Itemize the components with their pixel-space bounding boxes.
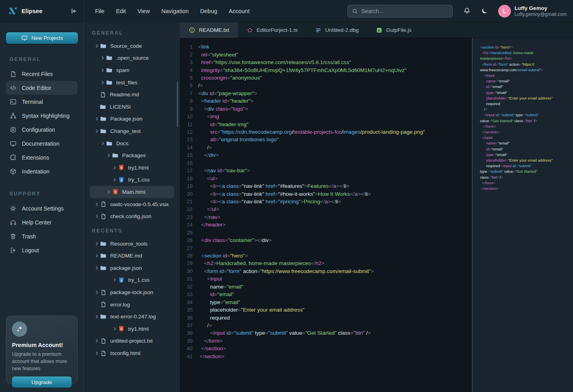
tree-item-package.json[interactable]: package.json (90, 262, 174, 274)
code-text: <input (198, 276, 222, 282)
upgrade-button[interactable]: Upgrade (12, 376, 72, 388)
debug-file-icon (315, 27, 322, 33)
menu-item-view[interactable]: View (137, 8, 150, 14)
sidebar-item-account-settings[interactable]: Account Settings (6, 201, 78, 215)
tree-item-try_1.css[interactable]: 3try_1.css (90, 174, 174, 186)
code-text: </section> (198, 345, 226, 351)
menu-item-edit[interactable]: Edit (116, 8, 126, 14)
new-projects-button[interactable]: New Projects (6, 32, 78, 44)
chevron-right-icon (99, 68, 106, 72)
tree-item-source_code[interactable]: Source_code (90, 40, 174, 52)
tree-item-text-error-0.247.log[interactable]: text-error-0.247.log (90, 310, 174, 323)
folder-icon (100, 265, 107, 271)
menu-item-file[interactable]: File (95, 8, 104, 14)
line-number: 1 (180, 44, 193, 50)
tree-item-package.json[interactable]: Package.json (90, 113, 174, 125)
sidebar-item-terminal[interactable]: Terminal (6, 95, 78, 109)
sidebar-section-title: SUPPORT (10, 191, 84, 197)
line-number: 22 (180, 206, 193, 212)
menu-item-navigation[interactable]: Navigation (162, 8, 189, 14)
search-box[interactable] (347, 5, 453, 18)
sidebar-item-indentation[interactable]: Indentation (6, 164, 78, 178)
tree-item-.open_source[interactable]: .open_source (90, 52, 174, 64)
sidebar-item-logout[interactable]: Logout (6, 243, 78, 257)
chevron-right-icon (94, 117, 100, 121)
tree-item-packages[interactable]: Packages (90, 149, 174, 162)
tree-item-main.html[interactable]: 5Main.html (90, 186, 174, 198)
tree-item-try1.html[interactable]: 5try1.html (90, 323, 174, 335)
menu-item-account[interactable]: Account (229, 8, 249, 14)
tree-item-check.config.json[interactable]: check.config.json (90, 210, 174, 222)
tree-item-licensi[interactable]: LICENSI (90, 101, 174, 113)
tab-editorporject-1.ts[interactable]: EditorPorject-1.ts (238, 22, 307, 38)
file-tree-scrollbar[interactable] (177, 82, 178, 127)
minimap-panel[interactable]: <section id="hero"> <h2>Handcrafted, hom… (472, 38, 573, 392)
code-line: 17 <nav id="nav-bar"> (180, 167, 472, 174)
sidebar-item-documentation[interactable]: Documentation (6, 137, 78, 150)
top-bar: Elipsee FileEditViewNavigationDebugAccou… (0, 0, 573, 22)
line-number: 19 (180, 183, 193, 189)
tab-readme.txt[interactable]: README.txt (180, 22, 238, 38)
tree-item-test_files[interactable]: test_files (90, 76, 174, 89)
tree-item-untlited-project.txt[interactable]: untlited-project.txt (90, 335, 174, 347)
minimap-line: type="submit" value="Get Started" (480, 169, 573, 174)
code-text: name="email" (198, 284, 244, 290)
sidebar-item-extensions[interactable]: Extensions (6, 150, 78, 164)
sidebar-item-recent-files[interactable]: Recent Files (6, 67, 78, 81)
code-text: <li><a class="nav-link" href="#how-it-wo… (198, 191, 371, 197)
line-number: 2 (180, 52, 193, 58)
line-number: 4 (180, 67, 193, 73)
tab-untlited-2.dbg[interactable]: Untlited-2.dbg (306, 22, 367, 38)
tree-item-resuorce_tools[interactable]: Resuorce_tools (90, 238, 174, 250)
tree-item-tsconfig.html[interactable]: tsconfig.html (90, 347, 174, 359)
code-text: id="header-img" (198, 121, 248, 127)
tree-item-spam[interactable]: spam (90, 64, 174, 76)
code-text: href="https://use.fontawesome.com/releas… (198, 59, 351, 65)
collapse-sidebar-icon[interactable] (70, 7, 78, 15)
tree-item-label: Change_test (110, 128, 141, 134)
css3-file-icon: 3 (118, 277, 125, 283)
tree-item-label: try1.html (128, 326, 149, 332)
search-input[interactable] (361, 8, 441, 14)
sidebar-item-label: Account Settings (22, 205, 64, 212)
sidebar-item-trash[interactable]: Trash (6, 229, 78, 243)
sidebar-item-syntax-highlighting[interactable]: Syntax Highlighting (6, 109, 78, 123)
tree-item-readme.md[interactable]: README.md (90, 250, 174, 262)
brand-area: Elipsee (0, 0, 84, 22)
tree-item-try_1.css[interactable]: 3try_1.css (90, 274, 174, 287)
terminal-icon (10, 98, 17, 105)
tree-item-swdc-vscode-0.5.45.vsix[interactable]: swdc-vscode-0.5.45.vsix (90, 198, 174, 211)
tree-item-error.log[interactable]: error.log (90, 298, 174, 311)
notifications-bell-icon[interactable] (463, 7, 471, 15)
dark-mode-moon-icon[interactable] (481, 7, 489, 15)
tree-item-try1.html[interactable]: 5try1.html (90, 162, 174, 174)
sidebar-item-label: Documentation (22, 140, 59, 147)
chevron-right-icon (94, 314, 100, 319)
minimap-line: masterpieces</h2> (480, 56, 573, 61)
sidebar-item-code-editor[interactable]: Code Editor (6, 81, 78, 95)
tree-item-label: .open_source (116, 55, 149, 61)
folder-icon (100, 313, 107, 320)
sidebar-item-configuration[interactable]: Configuration (6, 123, 78, 137)
code-line: 36 required (180, 314, 472, 321)
tree-item-docs[interactable]: Docs (90, 137, 174, 150)
tree-item-label: test_files (116, 80, 137, 86)
user-menu[interactable]: L Luffy Gemoy Luffy.gemoy@gmail.com (498, 5, 567, 18)
gear-icon (10, 205, 17, 212)
code-line: 4 integrity="sha384-50oBUHEmvpQ+1lW4y57P… (180, 66, 472, 74)
tab-gulpfile.js[interactable]: jsGulpFile.js (367, 22, 420, 38)
code-text: <input id="submit" type="submit" value="… (198, 330, 371, 336)
code-editor[interactable]: 1<link2 rel="stylesheet"3 href="https://… (180, 38, 472, 392)
code-line: 12 src="https://cdn.freecodecamp.org/tes… (180, 128, 472, 136)
tree-item-readme.md[interactable]: Readme.md (90, 88, 174, 101)
tree-item-label: Readme.md (110, 92, 139, 98)
sidebar-item-help-center[interactable]: Help Center (6, 215, 78, 229)
tree-item-change_test[interactable]: Change_test (90, 125, 174, 137)
code-line: 24 </header> (180, 221, 472, 228)
user-name: Luffy Gemoy (515, 5, 567, 11)
tree-item-package-lock.json[interactable]: package-lock.json (90, 286, 174, 298)
menu-item-debug[interactable]: Debug (200, 8, 217, 14)
menu-bar: FileEditViewNavigationDebugAccount (95, 8, 249, 14)
code-line: 31 <input (180, 275, 472, 283)
folder-icon (99, 103, 106, 110)
